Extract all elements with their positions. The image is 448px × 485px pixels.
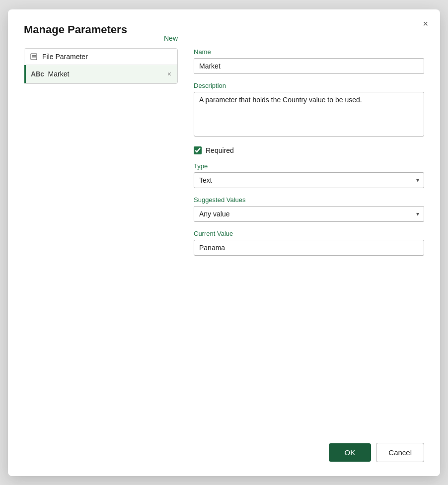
description-label: Description bbox=[194, 82, 424, 89]
left-panel-wrapper: New File Parameter bbox=[24, 48, 178, 431]
file-icon bbox=[29, 53, 38, 61]
current-value-input[interactable] bbox=[194, 240, 424, 256]
market-parameter-name: Market bbox=[48, 70, 162, 78]
description-textarea[interactable]: A parameter that holds the Country value… bbox=[194, 92, 424, 137]
suggested-values-select-wrapper: Any value List of values ▾ bbox=[194, 206, 424, 222]
suggested-values-label: Suggested Values bbox=[194, 196, 424, 204]
type-select-wrapper: Text Number Date True/False ▾ bbox=[194, 172, 424, 188]
remove-market-button[interactable]: × bbox=[166, 69, 172, 79]
abc-icon: ABc bbox=[31, 70, 44, 78]
param-list: File Parameter ABc Market × bbox=[24, 49, 177, 83]
list-item[interactable]: File Parameter bbox=[24, 49, 177, 65]
manage-parameters-dialog: × Manage Parameters New bbox=[8, 9, 440, 476]
type-label: Type bbox=[194, 162, 424, 170]
current-value-field-group: Current Value bbox=[194, 230, 424, 256]
dialog-footer: OK Cancel bbox=[24, 431, 424, 462]
suggested-values-select[interactable]: Any value List of values bbox=[194, 206, 424, 222]
name-input[interactable] bbox=[194, 58, 424, 74]
cancel-button[interactable]: Cancel bbox=[376, 443, 424, 462]
dialog-title: Manage Parameters bbox=[24, 23, 424, 36]
right-panel: Name Description A parameter that holds … bbox=[178, 48, 424, 431]
suggested-values-field-group: Suggested Values Any value List of value… bbox=[194, 196, 424, 222]
left-panel: File Parameter ABc Market × bbox=[24, 48, 178, 84]
name-field-group: Name bbox=[194, 48, 424, 74]
required-checkbox[interactable] bbox=[194, 146, 202, 154]
close-button[interactable]: × bbox=[421, 17, 430, 30]
ok-button[interactable]: OK bbox=[329, 443, 372, 462]
file-parameter-name: File Parameter bbox=[42, 53, 172, 61]
list-item[interactable]: ABc Market × bbox=[24, 65, 177, 83]
content-area: New File Parameter bbox=[24, 48, 424, 431]
required-label: Required bbox=[206, 146, 234, 154]
name-label: Name bbox=[194, 48, 424, 56]
type-field-group: Type Text Number Date True/False ▾ bbox=[194, 162, 424, 188]
new-link[interactable]: New bbox=[164, 34, 178, 42]
required-row: Required bbox=[194, 146, 424, 154]
type-select[interactable]: Text Number Date True/False bbox=[194, 172, 424, 188]
description-field-group: Description A parameter that holds the C… bbox=[194, 82, 424, 139]
current-value-label: Current Value bbox=[194, 230, 424, 237]
